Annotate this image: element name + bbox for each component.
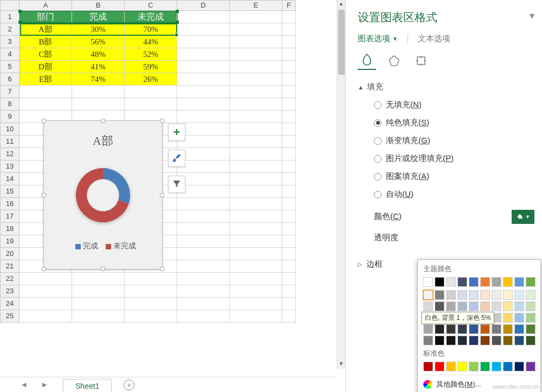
tab-chart-options[interactable]: 图表选项▼ [358, 34, 398, 44]
color-swatch[interactable] [526, 324, 535, 334]
cell[interactable] [230, 148, 282, 160]
color-swatch[interactable] [480, 277, 490, 287]
cell[interactable] [177, 223, 230, 235]
cell[interactable]: 59% [125, 61, 177, 73]
fill-line-tab[interactable] [358, 52, 376, 70]
cell[interactable]: 44% [125, 36, 177, 48]
color-swatch[interactable] [503, 290, 513, 300]
cell[interactable] [72, 86, 125, 98]
cell[interactable]: E部 [20, 73, 72, 86]
row-header[interactable]: 3 [0, 36, 20, 48]
color-swatch[interactable] [457, 290, 467, 300]
color-swatch[interactable] [480, 324, 490, 334]
cell[interactable] [282, 298, 296, 310]
color-swatch[interactable] [446, 290, 456, 300]
cell[interactable]: 30% [72, 23, 125, 36]
color-swatch[interactable] [423, 290, 433, 300]
cell[interactable] [282, 223, 296, 235]
select-all-corner[interactable] [0, 0, 20, 11]
cell[interactable] [282, 198, 296, 210]
cell[interactable] [230, 86, 282, 98]
cell[interactable] [20, 298, 72, 310]
radio-gradient-fill[interactable]: 渐变填充(G) [374, 136, 531, 146]
cell[interactable] [230, 61, 282, 73]
chart-elements-button[interactable]: + [168, 124, 185, 141]
color-swatch[interactable] [469, 362, 479, 371]
radio-picture-fill[interactable]: 图片或纹理填充(P) [374, 153, 531, 164]
cell[interactable] [230, 136, 282, 148]
cell[interactable] [230, 98, 282, 111]
row-header[interactable]: 22 [0, 273, 20, 285]
cell[interactable] [230, 223, 282, 235]
cell[interactable] [230, 235, 282, 248]
cell[interactable] [20, 86, 72, 98]
cell[interactable] [20, 98, 72, 111]
color-swatch[interactable] [503, 313, 513, 323]
row-header[interactable]: 20 [0, 248, 20, 260]
row-header[interactable]: 5 [0, 61, 20, 73]
row-header[interactable]: 16 [0, 198, 20, 210]
cell[interactable] [230, 260, 282, 273]
cell[interactable] [230, 11, 282, 23]
row-header[interactable]: 25 [0, 310, 20, 323]
cell[interactable] [282, 160, 296, 173]
cell[interactable] [230, 210, 282, 223]
color-swatch[interactable] [526, 277, 535, 287]
color-swatch[interactable] [469, 324, 479, 334]
color-swatch[interactable] [492, 290, 501, 300]
row-header[interactable]: 15 [0, 185, 20, 198]
row-header[interactable]: 12 [0, 148, 20, 160]
cell[interactable] [230, 310, 282, 323]
cell[interactable] [177, 86, 230, 98]
cell[interactable] [230, 160, 282, 173]
color-swatch[interactable] [514, 301, 524, 311]
color-swatch[interactable] [514, 362, 524, 371]
color-swatch[interactable] [526, 290, 535, 300]
scroll-down-icon[interactable]: ▼ [337, 360, 345, 369]
color-swatch[interactable] [446, 324, 456, 334]
cell[interactable] [177, 310, 230, 323]
row-header[interactable]: 13 [0, 160, 20, 173]
cell[interactable] [72, 98, 125, 111]
cell[interactable]: 部门 [20, 11, 72, 23]
cell[interactable] [20, 285, 72, 298]
cell[interactable] [282, 111, 296, 123]
col-header[interactable]: B [72, 0, 125, 11]
color-swatch[interactable] [469, 301, 479, 311]
pane-menu-button[interactable]: ▾ [530, 10, 534, 22]
color-swatch[interactable] [435, 277, 444, 287]
cell[interactable]: 41% [72, 61, 125, 73]
cell[interactable] [177, 111, 230, 123]
cell[interactable] [230, 23, 282, 36]
color-swatch[interactable] [435, 324, 444, 334]
cell[interactable] [282, 173, 296, 185]
color-swatch[interactable] [423, 324, 433, 334]
color-swatch[interactable] [469, 290, 479, 300]
cell[interactable]: 74% [72, 73, 125, 86]
cell[interactable] [230, 248, 282, 260]
col-header[interactable]: F [282, 0, 296, 11]
cell[interactable] [230, 173, 282, 185]
color-swatch[interactable] [446, 277, 456, 287]
cell[interactable] [282, 285, 296, 298]
scroll-up-icon[interactable]: ▲ [337, 0, 345, 9]
cell[interactable] [177, 260, 230, 273]
tab-nav-next-icon[interactable]: ▶ [42, 381, 47, 388]
cell[interactable]: 52% [125, 48, 177, 61]
cell[interactable] [20, 273, 72, 285]
cell[interactable] [282, 260, 296, 273]
cell[interactable] [282, 11, 296, 23]
cell[interactable] [282, 98, 296, 111]
cell[interactable] [282, 148, 296, 160]
color-swatch[interactable] [446, 301, 456, 311]
radio-auto-fill[interactable]: 自动(U) [374, 189, 531, 200]
cell[interactable] [282, 23, 296, 36]
col-header[interactable]: C [125, 0, 177, 11]
cell[interactable]: 70% [125, 23, 177, 36]
color-swatch[interactable] [492, 277, 501, 287]
cell[interactable] [177, 273, 230, 285]
row-header[interactable]: 10 [0, 123, 20, 136]
color-swatch[interactable] [514, 277, 524, 287]
cell[interactable] [230, 273, 282, 285]
cell[interactable] [282, 185, 296, 198]
